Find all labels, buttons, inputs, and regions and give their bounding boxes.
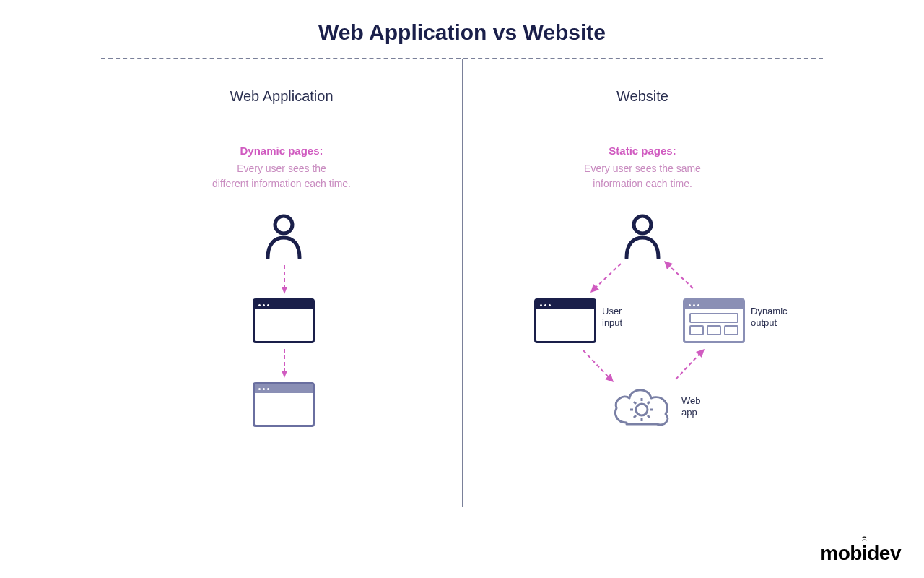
svg-line-6 — [595, 264, 621, 288]
label-web-app: Web app — [681, 395, 701, 419]
pages-desc-left: Every user sees the different informatio… — [101, 161, 462, 191]
svg-line-22 — [648, 415, 650, 418]
mobidev-logo: mobi⌢⌢dev — [820, 542, 901, 565]
arrow-down-icon — [281, 264, 288, 294]
user-icon — [263, 213, 304, 259]
column-website: Website Static pages: Every user sees th… — [462, 59, 823, 502]
cloud-gear-icon — [609, 384, 674, 433]
column-heading-left: Web Application — [101, 88, 462, 105]
arrow-diagonal-icon — [578, 348, 619, 388]
browser-layout-icon — [683, 298, 745, 343]
browser-window-icon — [253, 382, 315, 427]
arrow-diagonal-icon — [585, 261, 627, 297]
browser-window-icon — [253, 298, 315, 343]
arrow-diagonal-icon — [667, 348, 709, 388]
pages-desc-right: Every user sees the same information eac… — [462, 161, 823, 191]
svg-line-10 — [583, 350, 609, 378]
column-heading-right: Website — [462, 88, 823, 105]
svg-line-21 — [634, 415, 636, 418]
svg-marker-7 — [590, 284, 599, 293]
svg-line-8 — [668, 265, 693, 288]
pages-type-label-right: Static pages: — [462, 144, 823, 157]
column-web-application: Web Application Dynamic pages: Every use… — [101, 59, 462, 502]
page-title: Web Application vs Website — [0, 20, 924, 45]
diagram-left — [101, 213, 462, 502]
svg-line-20 — [648, 402, 650, 404]
svg-line-12 — [676, 353, 700, 379]
pages-type-label-left: Dynamic pages: — [101, 144, 462, 157]
label-dynamic-output: Dynamic output — [751, 306, 788, 329]
svg-marker-2 — [282, 287, 287, 294]
svg-point-14 — [636, 404, 648, 415]
diagram-right: User input Dynamic output — [462, 213, 823, 502]
arrow-diagonal-icon — [661, 261, 703, 297]
arrow-down-icon — [281, 348, 288, 378]
svg-line-19 — [634, 402, 636, 404]
svg-point-0 — [275, 216, 292, 233]
label-user-input: User input — [602, 306, 622, 329]
svg-marker-4 — [282, 371, 287, 378]
svg-point-5 — [634, 216, 651, 233]
browser-window-icon — [534, 298, 596, 343]
user-icon — [622, 213, 663, 259]
svg-marker-13 — [696, 349, 705, 358]
